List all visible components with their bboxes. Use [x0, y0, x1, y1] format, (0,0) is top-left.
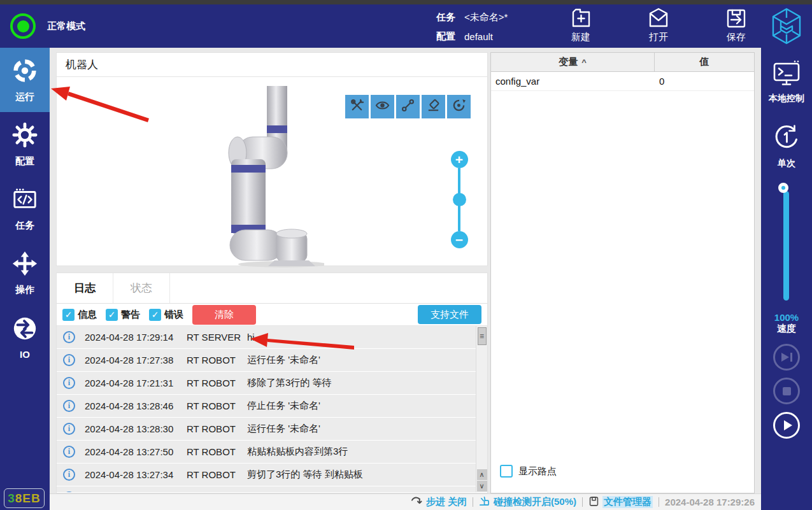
zoom-track-lower[interactable] — [458, 206, 460, 231]
run-target-icon — [11, 57, 38, 87]
stop-button[interactable] — [773, 378, 800, 404]
tools-settings-button[interactable] — [345, 95, 369, 118]
new-task-button[interactable]: 新建 — [555, 6, 606, 43]
config-row: 配置 default — [436, 27, 508, 46]
save-task-button[interactable]: 保存 — [711, 6, 762, 43]
log-scrollbar[interactable]: ≡ ∧ ∨ — [476, 326, 487, 492]
sidebar-item-io[interactable]: IO — [0, 305, 50, 369]
collision-label: 碰撞检测开启(50%) — [494, 496, 576, 508]
single-cycle-icon — [772, 123, 801, 155]
filter-error-label: 错误 — [164, 309, 183, 321]
info-icon: i — [63, 423, 75, 435]
info-icon: i — [63, 400, 75, 412]
rotate-view-icon — [452, 98, 466, 115]
mode-indicator[interactable]: 正常模式 — [10, 4, 85, 48]
sidebar-item-config[interactable]: 配置 — [0, 112, 50, 176]
variables-header: 变量 ^ 值 — [491, 53, 754, 72]
filter-warn-checkbox[interactable]: ✓ — [106, 309, 118, 321]
config-name-value[interactable]: default — [464, 31, 493, 42]
zoom-control: + − — [450, 151, 469, 248]
clear-log-button[interactable]: 清除 — [192, 305, 256, 325]
step-arrow-icon — [411, 496, 423, 509]
sidebar-item-label: 配置 — [15, 155, 34, 167]
single-run-label: 单次 — [778, 158, 795, 169]
log-message: 运行任务 '未命名' — [247, 423, 487, 435]
log-row[interactable]: i 2024-04-28 13:28:30 RT ROBOT 运行任务 '未命名… — [57, 418, 487, 440]
variable-row[interactable]: config_var 0 — [491, 72, 754, 91]
task-config-block: 任务 <未命名>* 配置 default — [436, 8, 508, 46]
log-time: 2024-04-28 13:28:46 — [85, 400, 187, 411]
sidebar-item-operate[interactable]: 操作 — [0, 241, 50, 305]
file-manager-button[interactable]: 文件管理器 — [588, 496, 653, 509]
single-run-button[interactable]: 单次 — [761, 123, 812, 169]
log-row[interactable]: i 2024-04-28 17:27:38 RT ROBOT 运行任务 '未命名… — [57, 349, 487, 371]
log-row[interactable]: i 2024-04-28 13:28:46 RT ROBOT 停止任务 '未命名… — [57, 395, 487, 417]
info-icon: i — [63, 377, 75, 389]
collision-detect-toggle[interactable]: 碰撞检测开启(50%) — [479, 496, 576, 509]
log-source: RT ROBOT — [187, 355, 247, 365]
sidebar-item-task[interactable]: 任务 — [0, 176, 50, 241]
code-window-icon — [11, 186, 38, 215]
show-waypoints-label: 显示路点 — [518, 465, 557, 478]
local-control-button[interactable]: 本地控制 — [761, 59, 812, 104]
new-button-label: 新建 — [571, 31, 590, 43]
session-code-badge[interactable]: 3 8EB — [4, 488, 45, 508]
task-row: 任务 <未命名>* — [436, 8, 508, 27]
tab-log[interactable]: 日志 — [57, 273, 113, 303]
info-icon: i — [63, 331, 75, 343]
zoom-slider-handle[interactable] — [453, 193, 466, 206]
log-row[interactable]: i 2024-04-28 13:27:34 RT ROBOT 剪切了3行的 等待… — [57, 464, 487, 486]
step-forward-button[interactable] — [773, 344, 800, 371]
filter-info-checkbox[interactable]: ✓ — [62, 309, 75, 321]
filter-error-checkbox[interactable]: ✓ — [149, 309, 161, 321]
variables-panel: 变量 ^ 值 config_var 0 显示路点 — [490, 52, 755, 493]
variable-column-header[interactable]: 变量 ^ — [491, 53, 655, 71]
log-row[interactable]: i 2024-04-28 13:27:50 RT ROBOT 粘贴粘贴板内容到第… — [57, 441, 487, 463]
info-icon: i — [63, 446, 75, 458]
statusbar-clock: 2024-04-28 17:29:26 — [665, 497, 755, 507]
speed-slider-handle[interactable] — [778, 183, 788, 193]
play-button[interactable] — [773, 412, 800, 439]
show-view-button[interactable] — [371, 95, 394, 118]
open-task-button[interactable]: 打开 — [633, 6, 684, 43]
path-trace-button[interactable] — [396, 95, 420, 118]
log-time: 2024-04-28 17:29:14 — [85, 332, 187, 343]
log-time: 2024-04-28 17:21:31 — [85, 378, 187, 388]
zoom-in-button[interactable]: + — [451, 151, 468, 168]
collision-icon — [479, 496, 490, 509]
log-row[interactable]: i 2024-04-28 17:29:14 RT SERVER hi — [57, 326, 487, 348]
log-filter-row: ✓ 信息 ✓ 警告 ✓ 错误 清除 支持文件 — [57, 304, 487, 325]
topbar: 正常模式 任务 <未命名>* 配置 default 新建 — [0, 4, 812, 48]
task-label: 任务 — [436, 11, 455, 24]
erase-trace-button[interactable] — [422, 95, 445, 118]
scroll-up-button[interactable]: ∧ — [477, 469, 487, 480]
scrollbar-buttons: ∧ ∨ — [477, 469, 487, 492]
skip-icon — [781, 353, 789, 362]
show-waypoints-control: 显示路点 — [500, 465, 557, 478]
task-name-value[interactable]: <未命名>* — [464, 11, 508, 24]
reset-view-button[interactable] — [447, 95, 471, 118]
robot-3d-view[interactable]: + − — [57, 77, 487, 266]
sidebar-item-run[interactable]: 运行 — [0, 48, 50, 112]
zoom-out-button[interactable]: − — [451, 231, 468, 248]
zoom-track-upper[interactable] — [458, 168, 460, 194]
filter-info-label: 信息 — [78, 309, 97, 321]
normal-mode-light-icon — [10, 13, 36, 39]
scrollbar-thumb[interactable]: ≡ — [478, 327, 487, 345]
show-waypoints-checkbox[interactable] — [500, 465, 513, 478]
statusbar-divider — [659, 497, 659, 507]
log-row[interactable]: i 2024-04-28 11:29:23 RT ROBOT 停止任务 '未命名… — [57, 486, 487, 492]
log-row[interactable]: i 2024-04-28 17:21:31 RT ROBOT 移除了第3行的 等… — [57, 372, 487, 394]
gear-icon — [11, 122, 38, 151]
tab-status[interactable]: 状态 — [113, 273, 170, 303]
stop-icon — [783, 387, 791, 395]
value-column-header[interactable]: 值 — [655, 53, 754, 71]
scroll-down-button[interactable]: ∨ — [477, 481, 487, 492]
log-time: 2024-04-28 17:27:38 — [85, 355, 187, 365]
sort-caret-icon: ^ — [581, 57, 587, 67]
step-mode-toggle[interactable]: 步进 关闭 — [411, 496, 467, 509]
speed-slider-track[interactable] — [783, 191, 789, 301]
support-file-button[interactable]: 支持文件 — [418, 305, 481, 324]
log-source: RT ROBOT — [187, 446, 247, 457]
robot-panel: 机器人 — [56, 52, 488, 266]
